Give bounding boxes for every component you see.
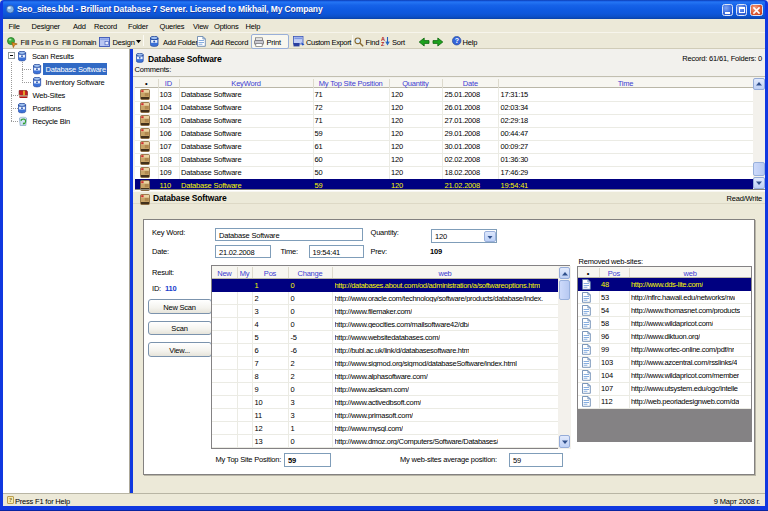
svg-text:?: ?: [454, 37, 458, 44]
svg-text:?: ?: [9, 497, 12, 503]
svg-text:Z: Z: [381, 41, 385, 47]
